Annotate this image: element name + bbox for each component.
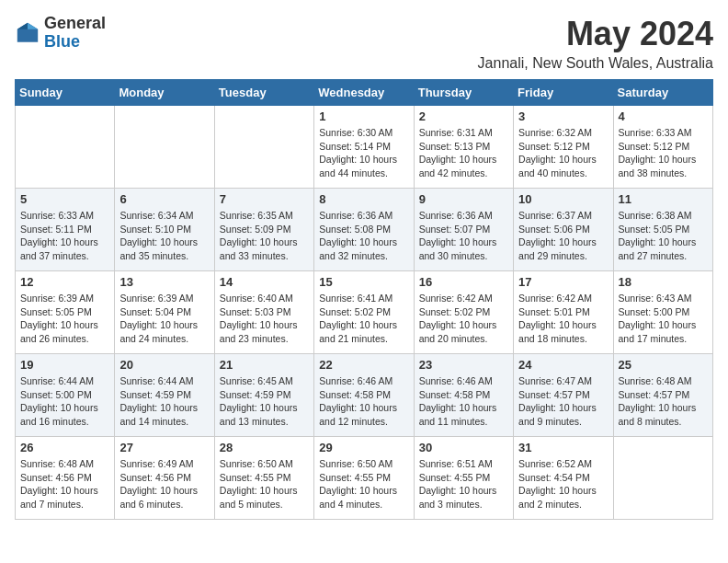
- calendar-cell: 28Sunrise: 6:50 AMSunset: 4:55 PMDayligh…: [214, 437, 313, 520]
- day-number: 17: [518, 275, 608, 289]
- calendar-week-row: 26Sunrise: 6:48 AMSunset: 4:56 PMDayligh…: [16, 437, 713, 520]
- day-number: 4: [619, 109, 708, 123]
- day-info: Sunrise: 6:33 AMSunset: 5:12 PMDaylight:…: [619, 126, 708, 180]
- day-number: 31: [518, 441, 608, 454]
- day-info: Sunrise: 6:43 AMSunset: 5:00 PMDaylight:…: [619, 292, 708, 346]
- calendar-cell: 26Sunrise: 6:48 AMSunset: 4:56 PMDayligh…: [16, 437, 115, 520]
- day-info: Sunrise: 6:40 AMSunset: 5:03 PMDaylight:…: [220, 292, 309, 346]
- day-info: Sunrise: 6:34 AMSunset: 5:10 PMDaylight:…: [119, 209, 209, 263]
- calendar-cell: 13Sunrise: 6:39 AMSunset: 5:04 PMDayligh…: [115, 271, 214, 354]
- day-info: Sunrise: 6:36 AMSunset: 5:07 PMDaylight:…: [419, 209, 508, 263]
- calendar-cell: 23Sunrise: 6:46 AMSunset: 4:58 PMDayligh…: [414, 354, 513, 437]
- day-number: 10: [518, 192, 608, 206]
- day-info: Sunrise: 6:46 AMSunset: 4:58 PMDaylight:…: [419, 374, 508, 429]
- day-info: Sunrise: 6:42 AMSunset: 5:01 PMDaylight:…: [518, 292, 608, 346]
- day-info: Sunrise: 6:37 AMSunset: 5:06 PMDaylight:…: [518, 209, 608, 263]
- day-number: 28: [220, 441, 309, 454]
- calendar-header-row: SundayMondayTuesdayWednesdayThursdayFrid…: [16, 80, 713, 106]
- calendar-cell: 16Sunrise: 6:42 AMSunset: 5:02 PMDayligh…: [414, 271, 513, 354]
- calendar-cell: 9Sunrise: 6:36 AMSunset: 5:07 PMDaylight…: [414, 189, 513, 271]
- calendar-cell: 14Sunrise: 6:40 AMSunset: 5:03 PMDayligh…: [214, 271, 313, 354]
- day-number: 16: [419, 275, 508, 289]
- day-info: Sunrise: 6:39 AMSunset: 5:05 PMDaylight:…: [20, 292, 109, 346]
- calendar-week-row: 5Sunrise: 6:33 AMSunset: 5:11 PMDaylight…: [16, 189, 713, 271]
- calendar-cell: [115, 106, 214, 189]
- day-header: Tuesday: [214, 80, 313, 106]
- main-title: May 2024: [478, 15, 713, 53]
- calendar-cell: 7Sunrise: 6:35 AMSunset: 5:09 PMDaylight…: [214, 189, 313, 271]
- calendar-cell: [214, 106, 313, 189]
- day-info: Sunrise: 6:33 AMSunset: 5:11 PMDaylight:…: [20, 209, 109, 263]
- day-info: Sunrise: 6:48 AMSunset: 4:57 PMDaylight:…: [619, 374, 708, 429]
- day-number: 12: [20, 275, 109, 289]
- day-info: Sunrise: 6:49 AMSunset: 4:56 PMDaylight:…: [119, 457, 209, 511]
- day-info: Sunrise: 6:36 AMSunset: 5:08 PMDaylight:…: [319, 209, 408, 263]
- logo: General Blue: [15, 15, 106, 52]
- day-number: 9: [419, 192, 508, 206]
- day-header: Thursday: [414, 80, 513, 106]
- day-number: 23: [419, 358, 508, 372]
- day-number: 5: [20, 192, 109, 206]
- day-number: 2: [419, 109, 508, 123]
- day-info: Sunrise: 6:38 AMSunset: 5:05 PMDaylight:…: [619, 209, 708, 263]
- logo-icon: [15, 20, 40, 46]
- day-number: 11: [619, 192, 708, 206]
- day-info: Sunrise: 6:41 AMSunset: 5:02 PMDaylight:…: [319, 292, 408, 346]
- day-number: 26: [20, 441, 109, 454]
- day-info: Sunrise: 6:39 AMSunset: 5:04 PMDaylight:…: [119, 292, 209, 346]
- day-header: Sunday: [16, 80, 115, 106]
- day-number: 21: [220, 358, 309, 372]
- calendar-cell: 5Sunrise: 6:33 AMSunset: 5:11 PMDaylight…: [16, 189, 115, 271]
- day-info: Sunrise: 6:50 AMSunset: 4:55 PMDaylight:…: [220, 457, 309, 511]
- calendar-cell: 30Sunrise: 6:51 AMSunset: 4:55 PMDayligh…: [414, 437, 513, 520]
- day-info: Sunrise: 6:44 AMSunset: 4:59 PMDaylight:…: [119, 374, 209, 429]
- day-info: Sunrise: 6:42 AMSunset: 5:02 PMDaylight:…: [419, 292, 508, 346]
- calendar-cell: 27Sunrise: 6:49 AMSunset: 4:56 PMDayligh…: [115, 437, 214, 520]
- day-number: 29: [319, 441, 408, 454]
- day-info: Sunrise: 6:47 AMSunset: 4:57 PMDaylight:…: [518, 374, 608, 429]
- page-header: General Blue May 2024 Jannali, New South…: [15, 15, 713, 72]
- calendar-cell: 15Sunrise: 6:41 AMSunset: 5:02 PMDayligh…: [314, 271, 414, 354]
- day-number: 7: [220, 192, 309, 206]
- calendar-cell: 19Sunrise: 6:44 AMSunset: 5:00 PMDayligh…: [16, 354, 115, 437]
- title-area: May 2024 Jannali, New South Wales, Austr…: [478, 15, 713, 72]
- calendar-cell: 20Sunrise: 6:44 AMSunset: 4:59 PMDayligh…: [115, 354, 214, 437]
- day-info: Sunrise: 6:35 AMSunset: 5:09 PMDaylight:…: [220, 209, 309, 263]
- subtitle: Jannali, New South Wales, Australia: [478, 55, 713, 72]
- day-info: Sunrise: 6:45 AMSunset: 4:59 PMDaylight:…: [220, 374, 309, 429]
- calendar-week-row: 19Sunrise: 6:44 AMSunset: 5:00 PMDayligh…: [16, 354, 713, 437]
- day-number: 6: [119, 192, 209, 206]
- calendar-cell: 17Sunrise: 6:42 AMSunset: 5:01 PMDayligh…: [514, 271, 613, 354]
- day-info: Sunrise: 6:31 AMSunset: 5:13 PMDaylight:…: [419, 126, 508, 180]
- calendar-cell: 25Sunrise: 6:48 AMSunset: 4:57 PMDayligh…: [613, 354, 712, 437]
- calendar-cell: 6Sunrise: 6:34 AMSunset: 5:10 PMDaylight…: [115, 189, 214, 271]
- day-info: Sunrise: 6:44 AMSunset: 5:00 PMDaylight:…: [20, 374, 109, 429]
- day-number: 22: [319, 358, 408, 372]
- day-header: Saturday: [613, 80, 712, 106]
- calendar-cell: [613, 437, 712, 520]
- calendar-cell: 10Sunrise: 6:37 AMSunset: 5:06 PMDayligh…: [514, 189, 613, 271]
- day-info: Sunrise: 6:52 AMSunset: 4:54 PMDaylight:…: [518, 457, 608, 511]
- calendar-cell: 2Sunrise: 6:31 AMSunset: 5:13 PMDaylight…: [414, 106, 513, 189]
- day-number: 30: [419, 441, 508, 454]
- day-number: 1: [319, 109, 408, 123]
- day-number: 15: [319, 275, 408, 289]
- day-number: 14: [220, 275, 309, 289]
- day-info: Sunrise: 6:46 AMSunset: 4:58 PMDaylight:…: [319, 374, 408, 429]
- calendar-cell: 31Sunrise: 6:52 AMSunset: 4:54 PMDayligh…: [514, 437, 613, 520]
- day-info: Sunrise: 6:32 AMSunset: 5:12 PMDaylight:…: [518, 126, 608, 180]
- calendar-week-row: 1Sunrise: 6:30 AMSunset: 5:14 PMDaylight…: [16, 106, 713, 189]
- day-header: Monday: [115, 80, 214, 106]
- day-number: 24: [518, 358, 608, 372]
- day-header: Friday: [514, 80, 613, 106]
- calendar-cell: 1Sunrise: 6:30 AMSunset: 5:14 PMDaylight…: [314, 106, 414, 189]
- svg-marker-2: [17, 23, 28, 29]
- calendar-cell: 22Sunrise: 6:46 AMSunset: 4:58 PMDayligh…: [314, 354, 414, 437]
- day-number: 20: [119, 358, 209, 372]
- calendar-cell: 12Sunrise: 6:39 AMSunset: 5:05 PMDayligh…: [16, 271, 115, 354]
- day-info: Sunrise: 6:51 AMSunset: 4:55 PMDaylight:…: [419, 457, 508, 511]
- calendar-cell: 3Sunrise: 6:32 AMSunset: 5:12 PMDaylight…: [514, 106, 613, 189]
- calendar-cell: 29Sunrise: 6:50 AMSunset: 4:55 PMDayligh…: [314, 437, 414, 520]
- day-info: Sunrise: 6:48 AMSunset: 4:56 PMDaylight:…: [20, 457, 109, 511]
- day-number: 25: [619, 358, 708, 372]
